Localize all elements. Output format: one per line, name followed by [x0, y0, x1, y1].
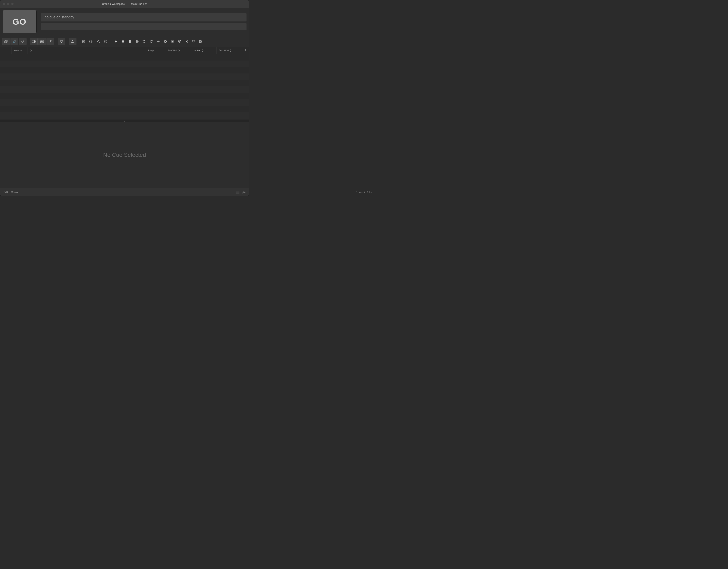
camera-cue-button[interactable] [38, 38, 46, 45]
svg-rect-34 [172, 41, 173, 42]
col-prewait-label: Pre Wait [168, 49, 177, 52]
sep2 [56, 38, 56, 45]
divider-dot [124, 121, 125, 122]
svg-rect-42 [199, 42, 200, 43]
svg-rect-0 [5, 41, 7, 43]
svg-line-11 [62, 40, 63, 41]
toolbar-group-3 [58, 38, 65, 45]
svg-point-50 [243, 192, 244, 193]
go-label: GO [13, 17, 26, 27]
mic-cue-button[interactable] [19, 38, 26, 45]
top-section: GO [no cue on standby] [0, 8, 249, 36]
audio-cue-button[interactable]: 🔊 [11, 38, 18, 45]
transport-group [113, 38, 204, 45]
cue-list-area[interactable] [0, 54, 249, 120]
column-headers: Number Q Target Pre Wait ❯ Action ❯ Post… [0, 47, 249, 54]
svg-marker-20 [115, 40, 117, 43]
copy-cue-button[interactable] [2, 38, 10, 45]
settings-icon[interactable] [242, 190, 246, 194]
target-cue-button[interactable] [162, 38, 169, 45]
play-button[interactable] [113, 38, 119, 45]
table-row[interactable] [0, 60, 249, 67]
table-row[interactable] [0, 54, 249, 60]
window-title: Untitled Workspace 1 — Main Cue List [102, 2, 147, 5]
titlebar: Untitled Workspace 1 — Main Cue List [0, 0, 249, 8]
svg-rect-21 [122, 40, 124, 42]
video-cue-button[interactable] [30, 38, 38, 45]
detail-pane: No Cue Selected [0, 122, 249, 188]
col-q-label: Q [30, 49, 32, 52]
osc-cue-button[interactable] [80, 38, 87, 45]
fade-cue-button[interactable] [95, 38, 102, 45]
col-q-header[interactable]: Q [28, 47, 146, 54]
svg-point-32 [165, 41, 166, 42]
svg-rect-22 [129, 40, 130, 43]
table-row[interactable] [0, 99, 249, 106]
sep1 [28, 38, 28, 45]
toolbar-group-4 [69, 38, 76, 45]
pane-divider[interactable] [0, 120, 249, 122]
minimize-button[interactable] [7, 3, 10, 5]
text-cue-button[interactable]: T [47, 38, 54, 45]
speech-button[interactable] [190, 38, 197, 45]
col-number-header[interactable]: Number [12, 47, 28, 54]
postwait-chevron: ❯ [230, 49, 232, 52]
table-row[interactable] [0, 67, 249, 73]
close-button[interactable] [3, 3, 5, 5]
svg-point-37 [179, 42, 180, 42]
status-left: Edit Show [3, 190, 18, 194]
wait-cue-button[interactable] [102, 38, 109, 45]
hourglass-button[interactable] [183, 38, 190, 45]
stop-all-button[interactable] [169, 38, 176, 45]
col-prewait-header[interactable]: Pre Wait ❯ [166, 47, 192, 54]
table-row[interactable] [0, 93, 249, 99]
toolbar-group-1: 🔊 [2, 38, 26, 45]
table-row[interactable] [0, 86, 249, 93]
col-status-header [0, 47, 12, 54]
applescript-cue-button[interactable] [87, 38, 94, 45]
list-view-icon[interactable] [236, 190, 240, 194]
redo-button[interactable] [148, 38, 154, 45]
go-button[interactable]: GO [3, 10, 37, 33]
col-flag-header [243, 49, 249, 52]
undo-button[interactable] [141, 38, 147, 45]
svg-rect-43 [201, 42, 202, 43]
svg-point-18 [91, 42, 91, 42]
traffic-lights [3, 3, 14, 5]
next-cue-button[interactable] [155, 38, 162, 45]
standby-area: [no cue on standby] [39, 8, 249, 36]
network-cue-button[interactable] [69, 38, 76, 45]
col-target-label: Target [148, 49, 154, 52]
table-row[interactable] [0, 73, 249, 80]
show-mode-button[interactable]: Show [11, 190, 18, 194]
svg-point-16 [83, 41, 84, 42]
go-back-button[interactable] [134, 38, 140, 45]
svg-rect-41 [201, 40, 202, 41]
svg-rect-23 [130, 40, 131, 43]
standby-display: [no cue on standby] [41, 13, 247, 21]
stop-button[interactable] [120, 38, 126, 45]
statusbar: Edit Show 0 cues in 1 list [0, 188, 249, 196]
col-postwait-header[interactable]: Post Wait ❯ [217, 47, 243, 54]
pause-button[interactable] [127, 38, 133, 45]
prewait-chevron: ❯ [178, 49, 180, 52]
sep4 [78, 38, 78, 45]
edit-mode-button[interactable]: Edit [3, 190, 8, 194]
toolbar-group-5 [80, 38, 109, 45]
standby-progress [41, 23, 247, 30]
table-row[interactable] [0, 112, 249, 119]
grid-view-button[interactable] [198, 38, 204, 45]
svg-rect-1 [5, 40, 7, 42]
col-target-header[interactable]: Target [146, 47, 166, 54]
table-row[interactable] [0, 80, 249, 86]
col-action-header[interactable]: Action ❯ [192, 47, 217, 54]
col-number-label: Number [14, 49, 22, 52]
cue-rows [0, 54, 249, 119]
panic-button[interactable] [176, 38, 183, 45]
action-chevron: ❯ [202, 49, 204, 52]
no-cue-selected-label: No Cue Selected [103, 152, 146, 158]
light-cue-button[interactable] [58, 38, 65, 45]
table-row[interactable] [0, 106, 249, 112]
svg-rect-5 [32, 40, 35, 43]
maximize-button[interactable] [11, 3, 14, 5]
